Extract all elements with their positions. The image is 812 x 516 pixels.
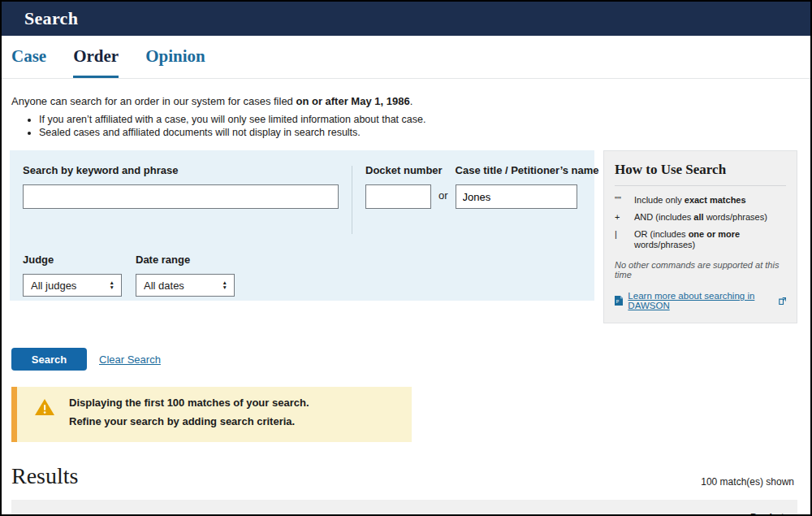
- search-form-section: Search by keyword and phrase Docket numb…: [10, 150, 797, 323]
- how-to-use-search-panel: How to Use Search "" Include only exact …: [603, 150, 797, 323]
- or-label: or: [438, 189, 448, 202]
- keyword-field-group: Search by keyword and phrase: [23, 164, 339, 209]
- clear-search-link[interactable]: Clear Search: [99, 353, 161, 366]
- case-title-field-group: Case title / Petitioner’s name: [456, 164, 577, 209]
- bullet-item: If you aren’t affiliated with a case, yo…: [39, 113, 810, 126]
- results-header: Results 100 match(es) shown: [11, 463, 794, 489]
- warning-alert: Displaying the first 100 matches of your…: [11, 387, 412, 442]
- case-title-label: Case title / Petitioner’s name: [456, 164, 577, 176]
- date-range-select[interactable]: All dates: [136, 275, 234, 296]
- date-range-field-group: Date range All dates ▲▼: [136, 254, 235, 297]
- search-form-panel: Search by keyword and phrase Docket numb…: [10, 150, 594, 301]
- case-title-input[interactable]: [456, 184, 577, 209]
- form-actions: Search Clear Search: [11, 348, 810, 371]
- search-button[interactable]: Search: [11, 348, 87, 371]
- results-table-header: Date Order Case Title Judge Pages Docket…: [11, 500, 797, 516]
- tab-order[interactable]: Order: [73, 46, 119, 78]
- how-to-rule-exact: "" Include only exact matches: [615, 195, 786, 206]
- how-to-title: How to Use Search: [615, 162, 786, 186]
- search-tabs: Case Order Opinion: [2, 36, 810, 79]
- docket-field-group: Docket number: [365, 164, 431, 209]
- intro-bullets: If you aren’t affiliated with a case, yo…: [2, 113, 810, 139]
- date-range-label: Date range: [136, 254, 235, 266]
- how-to-rule-and: + AND (includes all words/phrases): [615, 212, 786, 223]
- judge-select[interactable]: All judges: [24, 275, 121, 296]
- page-title: Search: [24, 8, 78, 29]
- intro-text: Anyone can search for an order in our sy…: [11, 95, 801, 108]
- alert-line-2: Refine your search by adding search crit…: [69, 415, 309, 428]
- results-title: Results: [11, 463, 78, 489]
- pdf-file-icon: P: [615, 295, 623, 306]
- learn-more-link[interactable]: Learn more about searching in DAWSON: [628, 291, 786, 310]
- alert-line-1: Displaying the first 100 matches of your…: [69, 397, 309, 410]
- tab-opinion[interactable]: Opinion: [145, 46, 205, 78]
- tab-case[interactable]: Case: [11, 46, 46, 78]
- form-divider: [352, 166, 352, 234]
- how-to-rule-or: | OR (includes one or more words/phrases…: [615, 229, 786, 250]
- quotes-symbol: "": [615, 195, 634, 206]
- keyword-label: Search by keyword and phrase: [23, 164, 339, 176]
- plus-symbol: +: [615, 212, 634, 223]
- bullet-item: Sealed cases and affiliated documents wi…: [39, 126, 810, 139]
- column-header-docket-no: Docket No.: [750, 511, 797, 516]
- pipe-symbol: |: [615, 229, 634, 250]
- docket-number-label: Docket number: [365, 164, 431, 176]
- docket-number-input[interactable]: [365, 184, 431, 209]
- warning-triangle-icon: [34, 398, 55, 416]
- results-count: 100 match(es) shown: [701, 476, 794, 489]
- judge-label: Judge: [23, 254, 122, 266]
- search-page: Search Case Order Opinion Anyone can sea…: [0, 0, 812, 516]
- page-header: Search: [2, 2, 810, 36]
- keyword-input[interactable]: [23, 184, 339, 209]
- how-to-note: No other commands are supported at this …: [615, 260, 786, 280]
- judge-field-group: Judge All judges ▲▼: [23, 254, 122, 297]
- external-link-icon: [779, 297, 786, 306]
- svg-text:P: P: [616, 299, 620, 304]
